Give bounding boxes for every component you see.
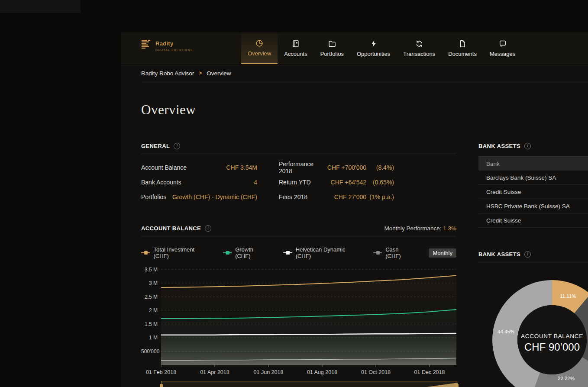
stat-row-portfolios: Portfolios Growth (CHF) · Dynamic (CHF) (141, 190, 257, 204)
general-grid: Account Balance CHF 3.54M Bank Accounts … (141, 160, 456, 204)
general-right-column: Performance 2018 CHF +700'000 (8.4%) Ret… (279, 160, 394, 204)
top-navigation-bar: Radity DIGITAL SOLUTIONS Overview Accoun… (121, 32, 588, 64)
account-balance-header: ACCOUNT BALANCE i Monthly Performance: 1… (141, 223, 456, 233)
stat-extra: (8.4%) (366, 164, 394, 171)
desktop-background: Radity DIGITAL SOLUTIONS Overview Accoun… (0, 0, 588, 387)
brush-preview (162, 381, 458, 387)
app-window: Radity DIGITAL SOLUTIONS Overview Accoun… (121, 32, 588, 387)
info-icon[interactable]: i (174, 143, 180, 149)
nav-label: Accounts (284, 51, 307, 57)
y-axis-label: 1.5 M (141, 321, 158, 327)
brush-handle-left[interactable] (160, 384, 163, 387)
legend-marker (373, 251, 382, 255)
bank-assets-list-section: BANK ASSETS i Bank Barclays Bank (Suisse… (478, 141, 588, 228)
chevron-right-icon: > (199, 70, 202, 76)
stat-row-bank-accounts: Bank Accounts 4 (141, 175, 257, 190)
breadcrumb: Radity Robo Advisor > Overview (141, 64, 588, 82)
section-title: GENERAL (141, 143, 170, 149)
legend-item-helvetican-dynamic[interactable]: Helvetican Dynamic (CHF) (283, 246, 358, 259)
stat-row-performance: Performance 2018 CHF +700'000 (8.4%) (279, 160, 394, 175)
radity-logo-icon (141, 39, 152, 51)
nav-item-messages[interactable]: Messages (483, 32, 522, 64)
legend-item-total-investment[interactable]: Total Investment (CHF) (141, 246, 207, 259)
stat-row-account-balance: Account Balance CHF 3.54M (141, 160, 257, 175)
x-axis-label: 01 Apr 2018 (195, 369, 235, 375)
legend-label: Growth (CHF) (235, 246, 268, 259)
main-content: Overview GENERAL i Account Balance CHF 3… (121, 82, 588, 387)
stat-label: Bank Accounts (141, 179, 254, 186)
section-title: ACCOUNT BALANCE (141, 225, 201, 232)
table-row[interactable]: HSBC Private Bank (Suisse) SA (478, 199, 588, 213)
main-nav: Overview Accounts Portfolios (241, 32, 522, 64)
y-axis-label: 1 M (141, 335, 158, 341)
brand-logo[interactable]: Radity DIGITAL SOLUTIONS (141, 39, 193, 52)
table-row[interactable]: Credit Suisse (478, 213, 588, 228)
balance-line-chart[interactable] (161, 266, 456, 368)
monthly-performance-value: 1.3% (443, 225, 456, 232)
x-axis-label: 01 Feb 2018 (141, 369, 181, 375)
bank-assets-header: BANK ASSETS i (478, 141, 588, 151)
nav-label: Overview (248, 50, 271, 57)
legend-item-cash[interactable]: Cash (CHF) (373, 246, 414, 259)
bank-assets-donut-chart[interactable]: 11.11%22.22%44.45%ACCOUNT BALANCECHF 90’… (489, 277, 588, 387)
time-range-brush[interactable] (161, 381, 457, 387)
nav-item-overview[interactable]: Overview (241, 32, 278, 64)
x-axis-label: 01 Dec 2018 (410, 369, 449, 375)
nav-item-accounts[interactable]: Accounts (278, 32, 313, 64)
svg-text:CHF 90’000: CHF 90’000 (524, 341, 580, 353)
brush-handle-right[interactable] (456, 384, 459, 387)
monthly-performance-label: Monthly Performance: (384, 225, 441, 232)
info-icon[interactable]: i (524, 251, 531, 258)
svg-text:22.22%: 22.22% (558, 376, 575, 381)
stat-value: CHF +700'000 (327, 164, 366, 171)
bank-assets-donut-header: BANK ASSETS i (478, 249, 588, 259)
period-toggle-button[interactable]: Monthly (429, 248, 456, 258)
y-axis-label: 2 M (141, 307, 158, 313)
stat-value: Growth (CHF) · Dynamic (CHF) (172, 194, 257, 200)
brand-name: Radity (155, 40, 193, 47)
stat-label: Return YTD (279, 179, 331, 186)
general-left-column: Account Balance CHF 3.54M Bank Accounts … (141, 160, 257, 204)
x-axis-label: 01 Jun 2018 (249, 369, 288, 375)
nav-label: Documents (448, 51, 477, 57)
legend-marker (223, 251, 232, 255)
lightning-icon (369, 39, 378, 48)
ledger-icon (291, 39, 300, 48)
stat-row-return-ytd: Return YTD CHF +64'542 (0.65%) (279, 175, 394, 190)
stat-label: Fees 2018 (279, 194, 334, 200)
table-row[interactable]: Barclays Bank (Suisse) SA (478, 171, 588, 185)
nav-label: Portfolios (320, 51, 344, 57)
stat-value: CHF 3.54M (226, 164, 257, 171)
nav-item-documents[interactable]: Documents (442, 32, 483, 64)
stat-value: 4 (254, 179, 257, 186)
stat-label: Account Balance (141, 164, 226, 171)
account-balance-section: ACCOUNT BALANCE i Monthly Performance: 1… (141, 223, 456, 387)
legend-label: Helvetican Dynamic (CHF) (296, 246, 358, 259)
nav-item-opportunities[interactable]: Opportunities (350, 32, 397, 64)
divider (141, 154, 456, 154)
stat-label: Portfolios (141, 194, 172, 200)
nav-item-portfolios[interactable]: Portfolios (314, 32, 350, 64)
nav-label: Messages (490, 51, 515, 57)
general-section: GENERAL i Account Balance CHF 3.54M Bank… (141, 141, 456, 204)
breadcrumb-root[interactable]: Radity Robo Advisor (141, 70, 194, 77)
document-icon (458, 39, 467, 48)
chart-legend: Total Investment (CHF) Growth (CHF) Helv… (141, 246, 456, 259)
divider (141, 236, 456, 236)
legend-item-growth[interactable]: Growth (CHF) (223, 246, 268, 259)
table-row[interactable]: Credit Suisse (478, 185, 588, 199)
brand-tagline: DIGITAL SOLUTIONS (155, 48, 193, 52)
breadcrumb-current: Overview (207, 70, 231, 77)
info-icon[interactable]: i (524, 143, 531, 149)
y-axis-label: 500'000 (141, 348, 158, 355)
balance-chart-area: 3.5 M3 M2.5 M2 M1.5 M1 M500'000 01 Feb 2… (141, 266, 456, 381)
info-icon[interactable]: i (205, 225, 211, 232)
legend-marker (283, 251, 292, 255)
svg-text:44.45%: 44.45% (498, 329, 514, 334)
legend-marker (141, 251, 150, 255)
background-tab-shape (0, 0, 81, 13)
breadcrumb-bar: Radity Robo Advisor > Overview (121, 64, 588, 82)
stat-value: CHF +64'542 (331, 179, 366, 186)
nav-item-transactions[interactable]: Transactions (397, 32, 442, 64)
x-axis-label: 01 Aug 2018 (302, 369, 342, 375)
